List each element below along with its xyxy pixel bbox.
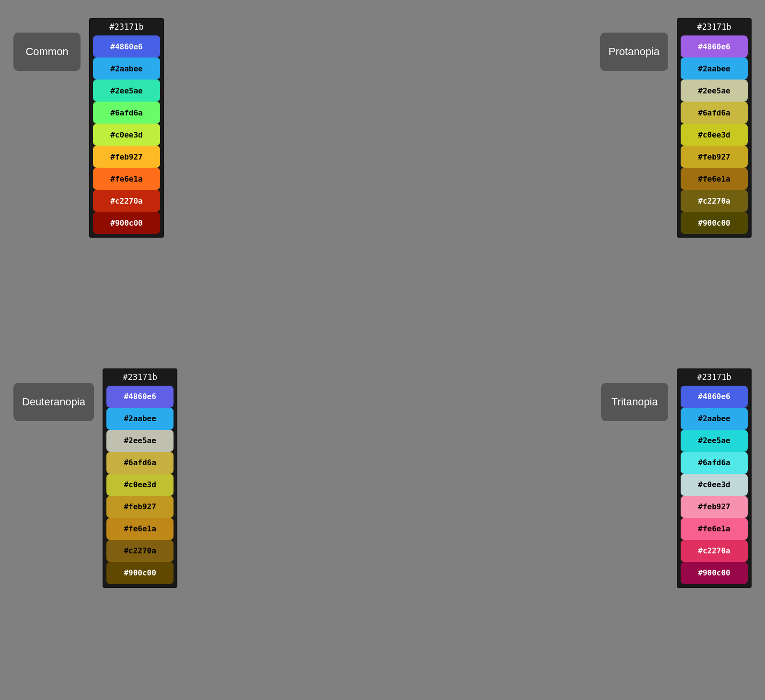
protanopia-color-column: #23171b #4860e6#2aabee#2ee5ae#6afd6a#c0e… <box>677 18 752 238</box>
protanopia-label: Protanopia <box>600 33 668 71</box>
color-swatch: #6afd6a <box>93 102 160 124</box>
deuteranopia-color-column: #23171b #4860e6#2aabee#2ee5ae#6afd6a#c0e… <box>103 368 177 588</box>
quadrant-common: Common #23171b #4860e6#2aabee#2ee5ae#6af… <box>0 0 382 350</box>
color-swatch: #2ee5ae <box>106 430 174 452</box>
color-swatch: #feb927 <box>681 496 748 518</box>
color-swatch: #4860e6 <box>681 386 748 408</box>
color-swatch: #2aabee <box>93 57 160 80</box>
common-label: Common <box>13 33 81 71</box>
color-swatch: #2aabee <box>681 57 748 80</box>
color-swatch: #c2270a <box>106 540 174 562</box>
quadrant-protanopia: Protanopia #23171b #4860e6#2aabee#2ee5ae… <box>382 0 765 350</box>
color-swatch: #900c00 <box>681 212 748 234</box>
color-swatch: #fe6e1a <box>681 168 748 190</box>
color-swatch: #6afd6a <box>681 452 748 474</box>
quadrant-tritanopia: Tritanopia #23171b #4860e6#2aabee#2ee5ae… <box>382 350 765 700</box>
color-swatch: #c0ee3d <box>681 474 748 496</box>
protanopia-title: #23171b <box>697 22 731 32</box>
common-title: #23171b <box>109 22 144 32</box>
color-swatch: #fe6e1a <box>681 518 748 540</box>
color-swatch: #4860e6 <box>681 35 748 57</box>
color-swatch: #c0ee3d <box>106 474 174 496</box>
color-swatch: #6afd6a <box>681 102 748 124</box>
color-swatch: #2ee5ae <box>681 80 748 102</box>
deuteranopia-label: Deuteranopia <box>13 383 94 421</box>
tritanopia-color-column: #23171b #4860e6#2aabee#2ee5ae#6afd6a#c0e… <box>677 368 752 588</box>
common-color-column: #23171b #4860e6#2aabee#2ee5ae#6afd6a#c0e… <box>89 18 164 238</box>
color-swatch: #c2270a <box>681 190 748 212</box>
color-swatch: #4860e6 <box>106 386 174 408</box>
color-swatch: #2ee5ae <box>93 80 160 102</box>
tritanopia-title: #23171b <box>697 372 731 382</box>
quadrant-deuteranopia: Deuteranopia #23171b #4860e6#2aabee#2ee5… <box>0 350 382 700</box>
color-swatch: #fe6e1a <box>106 518 174 540</box>
color-swatch: #fe6e1a <box>93 168 160 190</box>
color-swatch: #feb927 <box>93 146 160 168</box>
color-swatch: #900c00 <box>106 562 174 584</box>
color-swatch: #6afd6a <box>106 452 174 474</box>
color-swatch: #feb927 <box>106 496 174 518</box>
color-swatch: #2ee5ae <box>681 430 748 452</box>
tritanopia-label: Tritanopia <box>601 383 668 421</box>
color-swatch: #c0ee3d <box>681 124 748 146</box>
color-swatch: #c0ee3d <box>93 124 160 146</box>
color-swatch: #900c00 <box>93 212 160 234</box>
deuteranopia-title: #23171b <box>123 372 157 382</box>
color-swatch: #900c00 <box>681 562 748 584</box>
color-swatch: #c2270a <box>93 190 160 212</box>
color-swatch: #4860e6 <box>93 35 160 57</box>
color-swatch: #2aabee <box>681 408 748 430</box>
color-swatch: #feb927 <box>681 146 748 168</box>
color-swatch: #2aabee <box>106 408 174 430</box>
color-swatch: #c2270a <box>681 540 748 562</box>
